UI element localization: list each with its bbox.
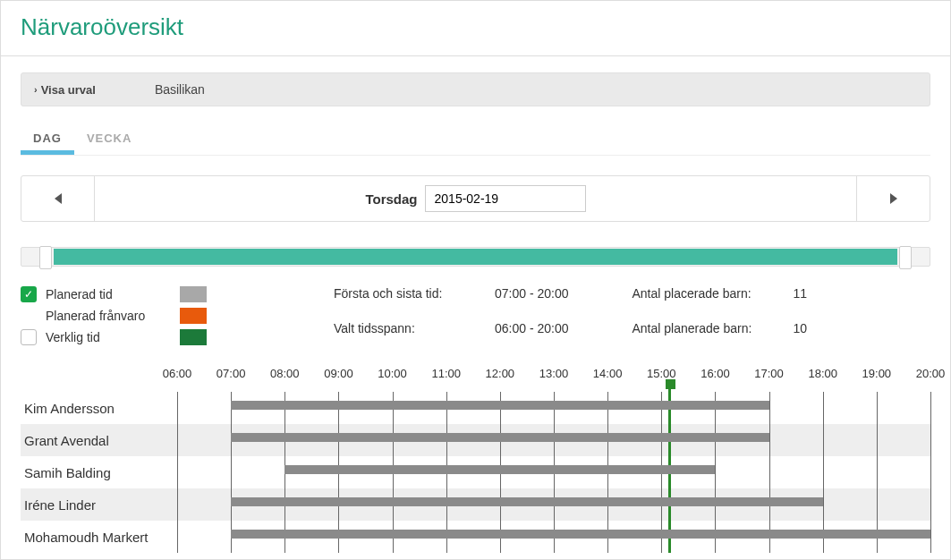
page-title: Närvaroöversikt [1,1,950,55]
view-tabs: DAG VECKA [21,126,930,156]
filter-bar: › Visa urval Basilikan [21,72,930,106]
chevron-right-icon: › [34,84,38,95]
time-range-slider[interactable] [21,247,930,267]
time-tick: 17:00 [754,367,784,380]
filter-toggle[interactable]: › Visa urval [34,83,96,97]
time-tick: 08:00 [270,367,300,380]
person-name: Grant Avendal [21,433,177,448]
tab-week[interactable]: VECKA [74,126,145,155]
planned-time-bar[interactable] [231,433,768,442]
tab-day[interactable]: DAG [21,126,74,155]
person-name: Samih Balding [21,465,177,480]
range-fill [54,249,897,265]
prev-day-button[interactable] [21,176,95,221]
time-tick: 13:00 [539,367,569,380]
swatch-planned-absence [180,308,207,324]
swatch-planned [180,286,207,302]
time-tick: 11:00 [431,367,461,380]
time-tick: 09:00 [324,367,353,380]
schedule-row: Grant Avendal [21,424,930,456]
toggle-planned-time[interactable]: ✓ [21,286,37,302]
swatch-actual [180,329,207,345]
planned-time-bar[interactable] [231,497,823,506]
person-name: Mohamoudh Markert [21,530,177,545]
info-first-last-label: Första och sista tid: [334,286,495,316]
time-tick: 15:00 [647,367,676,380]
info-planned-label: Antal planerade barn: [633,321,794,351]
info-placed-label: Antal placerade barn: [633,286,794,316]
arrow-right-icon [890,193,897,204]
time-tick: 18:00 [808,367,837,380]
person-name: Iréne Linder [21,497,177,513]
schedule-row: Kim Andersson [21,392,930,424]
day-of-week: Torsdag [365,191,417,207]
info-timespan-value: 06:00 - 20:00 [495,321,620,351]
time-tick: 12:00 [486,367,515,380]
info-timespan-label: Valt tidsspann: [334,321,495,351]
info-placed-value: 11 [794,286,847,316]
toggle-actual-time[interactable] [21,329,37,345]
planned-time-bar[interactable] [231,401,768,410]
schedule-row: Mohamoudh Markert [21,521,930,553]
next-day-button[interactable] [856,176,930,221]
time-tick: 16:00 [701,367,730,380]
time-tick: 14:00 [593,367,623,380]
legend-planned-label: Planerad tid [46,287,171,301]
legend-actual-label: Verklig tid [46,330,171,344]
filter-selection-name: Basilikan [155,82,205,97]
legend-planned-absence-label: Planerad frånvaro [46,309,171,323]
range-handle-right[interactable] [899,246,912,269]
date-navigator: Torsdag [21,175,930,222]
range-handle-left[interactable] [39,246,52,269]
info-first-last-value: 07:00 - 20:00 [495,286,620,316]
date-input[interactable] [425,185,586,212]
time-tick: 07:00 [217,367,246,380]
time-tick: 06:00 [163,367,192,380]
arrow-left-icon [55,193,62,204]
planned-time-bar[interactable] [284,465,715,474]
time-tick: 19:00 [862,367,892,380]
info-planned-value: 10 [794,321,847,351]
time-tick: 10:00 [378,367,407,380]
schedule-row: Iréne Linder [21,488,930,521]
filter-toggle-label: Visa urval [41,83,96,97]
person-name: Kim Andersson [21,401,177,416]
schedule-grid: 06:0007:0008:0009:0010:0011:0012:0013:00… [21,367,930,553]
planned-time-bar[interactable] [231,530,930,539]
time-tick: 20:00 [916,367,946,380]
schedule-row: Samih Balding [21,456,930,488]
